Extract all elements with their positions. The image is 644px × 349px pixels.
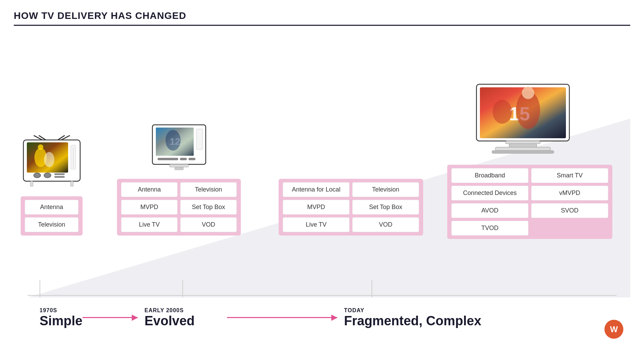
cell-television-2000s: Television [180, 182, 237, 197]
svg-line-1 [34, 135, 42, 140]
cell-settopbox-2000s: Set Top Box [180, 200, 237, 215]
svg-rect-15 [54, 173, 65, 175]
arrow-line-1 [83, 317, 138, 318]
svg-point-34 [522, 87, 534, 99]
main-container: HOW TV DELIVERY HAS CHANGED [0, 0, 644, 349]
tv-today-illustration: 15 [475, 83, 571, 160]
tv-1970s-illustration [20, 135, 84, 191]
cell-antenna-local: Antenna for Local [283, 182, 350, 197]
tv-2000s-illustration: 12 [151, 121, 207, 174]
cell-avod: AVOD [451, 203, 528, 218]
cell-livetv-today: Live TV [283, 217, 350, 232]
svg-rect-18 [71, 181, 73, 186]
svg-line-4 [61, 135, 70, 140]
svg-point-14 [44, 173, 51, 178]
era-1970s-year: 1970s [40, 307, 57, 314]
svg-point-13 [34, 173, 41, 178]
era-today-label: TODAY Fragmented, Complex [337, 307, 630, 328]
tick-2000s [182, 280, 183, 297]
svg-rect-37 [509, 144, 537, 147]
svg-rect-38 [495, 147, 550, 151]
era-1970s: Antenna Television [14, 135, 89, 246]
era-2000s-label: EARLY 2000s Evolved [138, 307, 227, 328]
era-1970s-boxes: Antenna Television [21, 196, 83, 236]
cell-television-today: Television [352, 182, 419, 197]
tick-1970s [40, 280, 40, 297]
svg-rect-26 [180, 158, 187, 160]
arrow-2 [227, 307, 337, 318]
cell-livetv-2000s: Live TV [121, 217, 178, 232]
svg-rect-27 [189, 158, 195, 160]
content-area: Antenna Television [14, 33, 630, 246]
era-2000s: 12 Antenna Television MVPD S [110, 121, 248, 246]
timeline-line [28, 295, 616, 296]
era-today: 15 Broadband Smart TV Connected Devi [447, 83, 630, 246]
tick-today [372, 280, 372, 297]
era-today-boxes: Broadband Smart TV Connected Devices vMV… [447, 165, 612, 239]
cell-vod-today: VOD [352, 217, 419, 232]
cell-vod-2000s: VOD [180, 217, 237, 232]
svg-point-10 [44, 152, 54, 167]
cell-mvpd-2000s: MVPD [121, 200, 178, 215]
timeline-section: 1970s Simple EARLY 2000s Evolved TODAY F… [14, 307, 630, 328]
cell-smarttv: Smart TV [531, 168, 608, 183]
svg-rect-39 [492, 151, 554, 153]
cell-connected-devices: Connected Devices [451, 186, 528, 200]
svg-rect-16 [54, 176, 65, 178]
svg-rect-29 [175, 167, 183, 170]
svg-point-23 [165, 130, 181, 151]
cell-antenna-1970s: Antenna [25, 200, 78, 215]
svg-rect-36 [506, 141, 540, 144]
svg-rect-24 [196, 129, 203, 150]
era-today-mid-boxes: Antenna for Local Television MVPD Set To… [279, 179, 423, 236]
arrow-1 [83, 307, 138, 318]
svg-rect-17 [30, 181, 33, 186]
era-2000s-year: EARLY 2000s [144, 307, 184, 314]
era-2000s-name: Evolved [144, 314, 195, 328]
era-today-year: TODAY [344, 307, 364, 314]
svg-point-35 [493, 100, 512, 124]
cell-broadband: Broadband [451, 168, 528, 183]
cell-settopbox-today: Set Top Box [352, 200, 419, 215]
arrow-line-2 [227, 317, 337, 318]
w-logo: W [604, 320, 623, 339]
era-today-name: Fragmented, Complex [344, 314, 481, 328]
cell-television-1970s: Television [25, 217, 78, 232]
era-1970s-name: Simple [40, 314, 83, 328]
svg-rect-28 [170, 164, 189, 167]
era-today-mid: Antenna for Local Television MVPD Set To… [275, 162, 427, 246]
era-1970s-label: 1970s Simple [14, 307, 83, 328]
svg-rect-25 [158, 158, 178, 160]
cell-antenna-2000s: Antenna [121, 182, 178, 197]
page-title: HOW TV DELIVERY HAS CHANGED [14, 10, 630, 21]
cell-vmvpd: vMVPD [531, 186, 608, 200]
era-2000s-boxes: Antenna Television MVPD Set Top Box Live… [117, 179, 241, 236]
svg-point-9 [38, 144, 43, 150]
cell-mvpd-today: MVPD [283, 200, 350, 215]
title-underline [14, 25, 630, 26]
cell-svod: SVOD [531, 203, 608, 218]
cell-tvod: TVOD [451, 221, 528, 236]
